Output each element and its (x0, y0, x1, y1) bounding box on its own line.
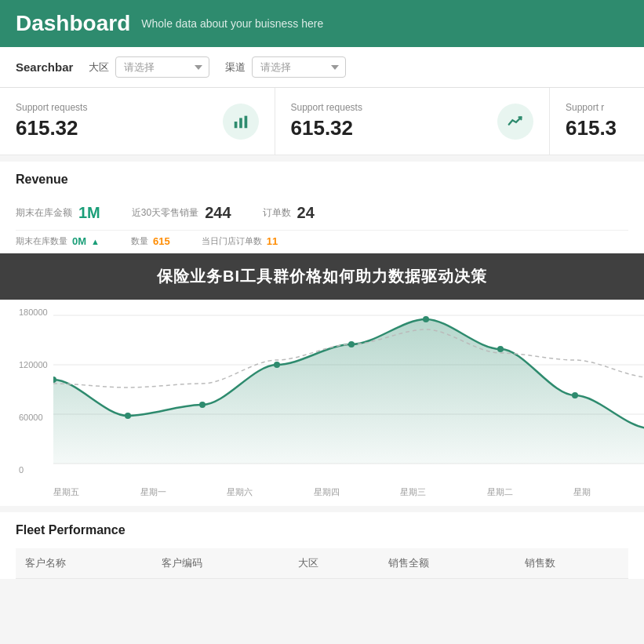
substats-row: 期末在库数量 0M ▲ 数量 615 当日门店订单数 11 (16, 231, 628, 253)
chart-x-label-2: 星期六 (227, 486, 253, 498)
substat-label-0: 期末在库数量 (16, 235, 67, 247)
chart-x-label-4: 星期三 (400, 486, 426, 498)
fleet-col-sales-total: 销售全额 (379, 548, 515, 579)
fleet-title: Fleet Performance (16, 523, 628, 537)
up-arrow-icon: ▲ (91, 237, 100, 246)
chart-x-label-5: 星期二 (487, 486, 513, 498)
svg-rect-1 (239, 118, 242, 128)
chart-x-label-3: 星期四 (314, 486, 340, 498)
filter-region-select[interactable]: 请选择 (115, 56, 209, 78)
stat-item-1: 近30天零售销量 244 (132, 204, 231, 222)
kpi-cards-row: Support requests 615.32 Support requests… (0, 88, 644, 155)
chart-y-label-180k: 180000 (19, 307, 48, 317)
chart-x-labels: 星期五 星期一 星期六 星期四 星期三 星期二 星期 (16, 483, 628, 498)
chart-area-fill (53, 319, 644, 464)
chart-area: 180000 120000 60000 0 (16, 300, 628, 506)
substat-value-2: 11 (267, 235, 278, 247)
searchbar-label: Searchbar (16, 60, 73, 74)
searchbar-section: Searchbar 大区 请选择 渠道 请选择 (0, 47, 644, 88)
chart-dot (572, 392, 578, 398)
chart-y-label-60k: 60000 (19, 413, 48, 422)
chart-y-label-0: 0 (19, 465, 48, 475)
chart-dot (348, 341, 355, 347)
kpi-icon-2 (497, 104, 533, 140)
revenue-chart (53, 307, 644, 480)
revenue-title: Revenue (16, 173, 628, 187)
stat-label-1: 近30天零售销量 (132, 206, 198, 220)
kpi-value-2: 615.32 (291, 116, 362, 140)
chart-dot (274, 362, 280, 368)
substat-item-2: 当日门店订单数 11 (202, 235, 278, 247)
app-header: Dashboard Whole data about your buisness… (0, 0, 644, 47)
kpi-value-1: 615.32 (16, 116, 87, 140)
substat-label-1: 数量 (131, 235, 148, 247)
filter-channel-select[interactable]: 请选择 (252, 56, 346, 78)
kpi-text-2: Support requests 615.32 (291, 102, 362, 140)
substat-item-0: 期末在库数量 0M ▲ (16, 235, 100, 247)
kpi-icon-1 (223, 104, 259, 140)
kpi-label-3: Support r (566, 102, 617, 113)
stat-label-2: 订单数 (263, 206, 291, 220)
kpi-label-2: Support requests (291, 102, 362, 113)
trend-icon (507, 113, 524, 130)
chart-dot (199, 402, 206, 408)
app-subtitle: Whole data about your buisness here (141, 17, 323, 30)
stat-item-0: 期末在库金额 1M (16, 204, 100, 222)
chart-y-label-120k: 120000 (19, 360, 48, 369)
filter-region-label: 大区 (89, 60, 109, 75)
kpi-text-3: Support r 615.3 (566, 102, 617, 140)
revenue-section: Revenue 期末在库金额 1M 近30天零售销量 244 订单数 24 期末… (0, 162, 644, 506)
substat-value-1: 615 (153, 235, 170, 247)
svg-rect-0 (234, 122, 237, 128)
kpi-label-1: Support requests (16, 102, 87, 113)
fleet-table: 客户名称 客户编码 大区 销售全额 销售数 (16, 548, 628, 579)
chart-svg-container (53, 307, 628, 483)
kpi-card-2: Support requests 615.32 (275, 88, 551, 155)
kpi-value-3: 615.3 (566, 116, 617, 140)
stat-value-1: 244 (205, 204, 231, 222)
filter-group-region: 大区 请选择 (89, 56, 209, 78)
substat-label-2: 当日门店订单数 (202, 235, 262, 247)
chart-dot (423, 316, 429, 322)
fleet-col-region: 大区 (289, 548, 379, 579)
fleet-section: Fleet Performance 客户名称 客户编码 大区 销售全额 销售数 (0, 512, 644, 579)
chart-dot (125, 413, 131, 419)
substat-item-1: 数量 615 (131, 235, 170, 247)
substat-value-0: 0M (72, 235, 86, 247)
filter-channel-label: 渠道 (225, 60, 246, 75)
filter-group-channel: 渠道 请选择 (225, 56, 346, 78)
fleet-header-row: 客户名称 客户编码 大区 销售全额 销售数 (16, 548, 628, 579)
kpi-text-1: Support requests 615.32 (16, 102, 87, 140)
svg-rect-2 (244, 115, 247, 128)
stat-item-2: 订单数 24 (263, 204, 315, 222)
overlay-banner: 保险业务BI工具群价格如何助力数据驱动决策 (0, 253, 644, 300)
app-title: Dashboard (16, 11, 130, 36)
chart-x-label-6: 星期 (573, 486, 591, 498)
chart-y-labels: 180000 120000 60000 0 (16, 307, 51, 475)
stat-label-0: 期末在库金额 (16, 206, 72, 220)
stat-value-0: 1M (78, 204, 100, 222)
fleet-col-name: 客户名称 (16, 548, 152, 579)
chart-x-label-0: 星期五 (53, 486, 79, 498)
kpi-card-1: Support requests 615.32 (0, 88, 275, 155)
chart-x-label-1: 星期一 (140, 486, 166, 498)
stat-value-2: 24 (297, 204, 315, 222)
fleet-col-sales-count: 销售数 (515, 548, 628, 579)
chart-dot (497, 346, 504, 352)
kpi-card-3: Support r 615.3 (550, 88, 644, 155)
bar-chart-icon (232, 113, 249, 130)
stats-row: 期末在库金额 1M 近30天零售销量 244 订单数 24 (16, 198, 628, 231)
fleet-table-head: 客户名称 客户编码 大区 销售全额 销售数 (16, 548, 628, 579)
fleet-col-code: 客户编码 (152, 548, 289, 579)
